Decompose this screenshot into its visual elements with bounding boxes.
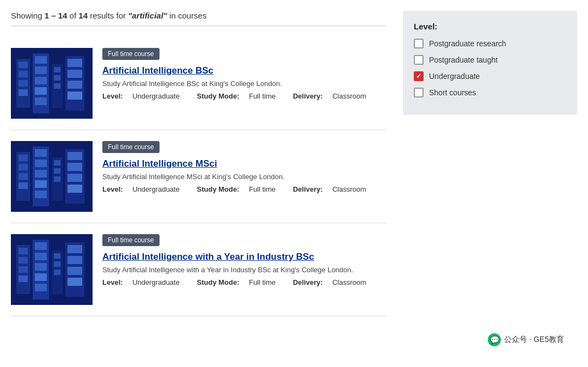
course-badge: Full time course <box>102 141 160 153</box>
postgraduate-taught-checkbox[interactable] <box>414 55 424 65</box>
mode-meta: Study Mode: Full time <box>197 92 284 100</box>
course-item: Full time course Artificial Intelligence… <box>11 130 387 223</box>
course-details: Full time course Artificial Intelligence… <box>102 141 387 193</box>
course-meta: Level: Undergraduate Study Mode: Full ti… <box>102 278 387 286</box>
filter-title: Level: <box>414 22 566 31</box>
delivery-label: Delivery: <box>293 185 323 193</box>
results-query: "artificial" <box>128 11 167 20</box>
postgraduate-taught-label: Postgraduate taught <box>429 56 498 64</box>
filter-option-postgraduate-research[interactable]: Postgraduate research <box>414 39 566 48</box>
level-value: Undergraduate <box>132 92 180 100</box>
course-description: Study Artificial Intelligence with a Yea… <box>102 266 387 274</box>
course-details: Full time course Artificial Intelligence… <box>102 234 387 286</box>
main-content: Showing 1 – 14 of 14 results for "artifi… <box>11 11 387 316</box>
delivery-meta: Delivery: Classroom <box>293 185 374 193</box>
postgraduate-research-label: Postgraduate research <box>429 39 506 48</box>
course-item: Full time course Artificial Intelligence… <box>11 223 387 316</box>
course-title[interactable]: Artificial Intelligence BSc <box>102 65 387 76</box>
level-meta: Level: Undergraduate <box>102 92 187 100</box>
course-title[interactable]: Artificial Intelligence with a Year in I… <box>102 252 387 262</box>
filter-option-undergraduate[interactable]: Undergraduate <box>414 71 566 81</box>
delivery-meta: Delivery: Classroom <box>293 92 374 100</box>
course-item: Full time course Artificial Intelligence… <box>11 37 387 130</box>
course-details: Full time course Artificial Intelligence… <box>102 48 387 100</box>
page-layout: Showing 1 – 14 of 14 results for "artifi… <box>11 11 577 316</box>
svg-rect-21 <box>11 48 93 119</box>
mode-meta: Study Mode: Full time <box>197 278 284 286</box>
level-label: Level: <box>102 92 123 100</box>
svg-rect-43 <box>11 141 93 212</box>
delivery-value: Classroom <box>332 185 366 193</box>
level-value: Undergraduate <box>132 185 180 193</box>
course-badge: Full time course <box>102 48 160 60</box>
course-description: Study Artificial Intelligence BSc at Kin… <box>102 79 387 88</box>
mode-meta: Study Mode: Full time <box>197 185 284 193</box>
mode-value: Full time <box>249 278 275 286</box>
mode-label: Study Mode: <box>197 92 240 100</box>
course-title[interactable]: Artificial Intelligence MSci <box>102 158 387 169</box>
postgraduate-research-checkbox[interactable] <box>414 39 424 48</box>
course-meta: Level: Undergraduate Study Mode: Full ti… <box>102 185 387 193</box>
delivery-value: Classroom <box>332 278 366 286</box>
results-suffix: results for <box>88 11 128 20</box>
delivery-label: Delivery: <box>293 278 323 286</box>
level-meta: Level: Undergraduate <box>102 185 187 193</box>
results-of-text: of <box>67 11 78 20</box>
mode-value: Full time <box>249 92 275 100</box>
delivery-label: Delivery: <box>293 92 323 100</box>
delivery-meta: Delivery: Classroom <box>293 278 374 286</box>
level-label: Level: <box>102 185 123 193</box>
delivery-value: Classroom <box>332 92 366 100</box>
course-thumbnail <box>11 234 93 305</box>
undergraduate-checkbox[interactable] <box>414 71 424 81</box>
level-meta: Level: Undergraduate <box>102 278 187 286</box>
sidebar: Level: Postgraduate research Postgraduat… <box>403 11 577 316</box>
course-list: Full time course Artificial Intelligence… <box>11 37 387 316</box>
course-badge: Full time course <box>102 234 160 246</box>
results-context: in courses <box>167 11 207 20</box>
level-label: Level: <box>102 278 123 286</box>
svg-rect-65 <box>11 234 93 305</box>
results-showing-text: Showing <box>11 11 45 20</box>
results-header: Showing 1 – 14 of 14 results for "artifi… <box>11 11 387 26</box>
short-courses-label: Short courses <box>429 88 476 97</box>
mode-label: Study Mode: <box>197 278 240 286</box>
course-thumbnail <box>11 48 93 119</box>
course-meta: Level: Undergraduate Study Mode: Full ti… <box>102 92 387 100</box>
results-total: 14 <box>78 11 88 20</box>
undergraduate-label: Undergraduate <box>429 72 480 81</box>
course-thumbnail <box>11 141 93 212</box>
filter-box: Level: Postgraduate research Postgraduat… <box>403 11 577 115</box>
level-value: Undergraduate <box>132 278 180 286</box>
filter-option-postgraduate-taught[interactable]: Postgraduate taught <box>414 55 566 65</box>
mode-value: Full time <box>249 185 275 193</box>
short-courses-checkbox[interactable] <box>414 88 424 97</box>
filter-option-short-courses[interactable]: Short courses <box>414 88 566 97</box>
course-description: Study Artificial Intelligence MSci at Ki… <box>102 173 387 181</box>
mode-label: Study Mode: <box>197 185 240 193</box>
results-range: 1 – 14 <box>45 11 68 20</box>
